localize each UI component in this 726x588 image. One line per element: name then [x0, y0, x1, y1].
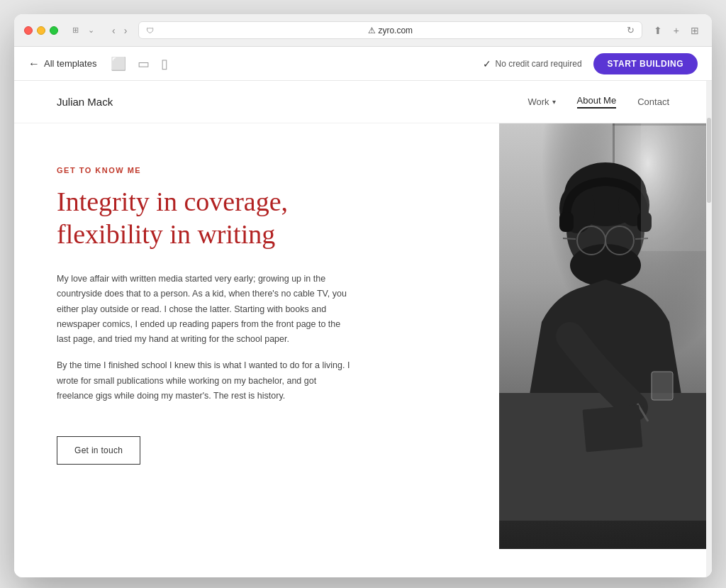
no-credit-badge: ✓ No credit card required — [483, 58, 582, 70]
desktop-view-button[interactable]: ⬜ — [108, 55, 129, 73]
toolbar-right-section: ✓ No credit card required START BUILDING — [483, 53, 698, 74]
dropdown-arrow-icon[interactable]: ⌄ — [85, 25, 96, 36]
back-nav-button[interactable]: ‹ — [109, 23, 118, 38]
nav-about-link[interactable]: About Me — [577, 95, 617, 109]
svg-line-16 — [563, 238, 576, 239]
mobile-view-button[interactable]: ▯ — [158, 55, 171, 73]
image-side — [499, 123, 712, 549]
sidebar-toggle-button[interactable]: ⊞ — [69, 25, 81, 36]
scrollbar-thumb[interactable] — [707, 118, 711, 203]
body-paragraph-2: By the time I finished school I knew thi… — [57, 358, 354, 404]
device-switcher: ⬜ ▭ ▯ — [108, 55, 171, 73]
security-icon: 🛡 — [146, 26, 154, 35]
back-label: All templates — [44, 58, 96, 69]
nav-work-link[interactable]: Work ▾ — [527, 96, 555, 107]
no-credit-label: No credit card required — [496, 59, 582, 69]
check-icon: ✓ — [483, 58, 491, 70]
svg-rect-19 — [652, 372, 673, 400]
start-building-button[interactable]: START BUILDING — [593, 53, 698, 74]
minimize-window-button[interactable] — [37, 26, 45, 35]
share-button[interactable]: ⬆ — [651, 23, 665, 38]
toolbar-left: ← All templates ⬜ ▭ ▯ — [28, 55, 171, 73]
svg-rect-12 — [559, 212, 574, 232]
website-preview: Julian Mack Work ▾ About Me Contact — [14, 81, 712, 577]
get-in-touch-button[interactable]: Get in touch — [57, 436, 140, 465]
window-controls: ⊞ ⌄ — [69, 25, 96, 36]
grid-view-button[interactable]: ⊞ — [688, 23, 702, 38]
nav-buttons: ‹ › — [109, 23, 130, 38]
url-display: ⚠ zyro.com — [158, 26, 622, 35]
nav-contact-label: Contact — [637, 96, 669, 107]
nav-about-label: About Me — [577, 95, 617, 106]
title-bar: ⊞ ⌄ ‹ › 🛡 ⚠ zyro.com ↻ ⬆ + ⊞ — [14, 14, 712, 47]
person-illustration — [499, 123, 712, 521]
app-toolbar: ← All templates ⬜ ▭ ▯ ✓ No credit card r… — [14, 47, 712, 81]
browser-window: ⊞ ⌄ ‹ › 🛡 ⚠ zyro.com ↻ ⬆ + ⊞ ← All templ… — [14, 14, 712, 577]
back-to-templates-button[interactable]: ← All templates — [28, 57, 96, 70]
reload-button[interactable]: ↻ — [627, 25, 635, 35]
traffic-lights — [24, 26, 58, 35]
nav-work-label: Work — [527, 96, 549, 107]
browser-toolbar-right: ⬆ + ⊞ — [651, 23, 702, 38]
preview-content: Julian Mack Work ▾ About Me Contact — [14, 81, 712, 577]
hero-photo — [499, 123, 712, 549]
new-tab-button[interactable]: + — [671, 23, 682, 38]
site-logo: Julian Mack — [57, 96, 113, 108]
site-nav-links: Work ▾ About Me Contact — [527, 95, 669, 109]
headline-line1: Integrity in coverage, — [57, 187, 288, 216]
scrollbar[interactable] — [706, 81, 712, 577]
main-headline: Integrity in coverage, flexibility in wr… — [57, 186, 457, 250]
body-paragraph-1: My love affair with written media starte… — [57, 272, 354, 347]
dropdown-arrow-icon: ▾ — [552, 98, 556, 106]
close-window-button[interactable] — [24, 26, 33, 35]
site-nav: Julian Mack Work ▾ About Me Contact — [14, 81, 712, 123]
forward-nav-button[interactable]: › — [121, 23, 130, 38]
svg-rect-20 — [583, 405, 643, 453]
section-tag: GET TO KNOW ME — [57, 166, 457, 174]
nav-contact-link[interactable]: Contact — [637, 96, 669, 107]
maximize-window-button[interactable] — [50, 26, 58, 35]
content-side: GET TO KNOW ME Integrity in coverage, fl… — [14, 123, 499, 549]
main-section: GET TO KNOW ME Integrity in coverage, fl… — [14, 123, 712, 549]
svg-rect-21 — [641, 123, 712, 251]
headline-line2: flexibility in writing — [57, 219, 275, 249]
address-bar[interactable]: 🛡 ⚠ zyro.com ↻ — [138, 21, 642, 39]
tablet-view-button[interactable]: ▭ — [135, 55, 152, 73]
back-arrow-icon: ← — [28, 57, 40, 70]
